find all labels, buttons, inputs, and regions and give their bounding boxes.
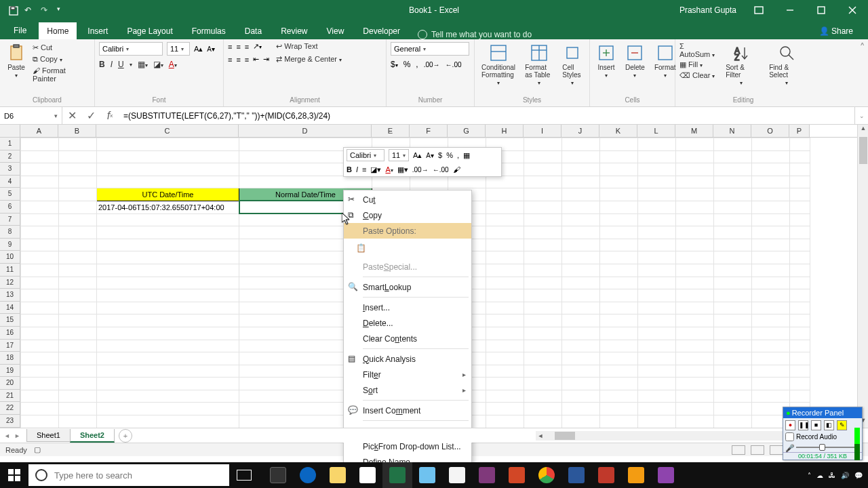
cell-I15[interactable] [524,314,562,327]
cell-B5[interactable] [59,188,97,201]
row-header-9[interactable]: 9 [0,239,20,251]
tray-network-icon[interactable]: 🖧 [829,472,835,479]
taskbar-file-explorer[interactable] [323,462,353,488]
mini-inc-decimal-icon[interactable]: .00→ [412,166,429,174]
cell-H7[interactable] [486,214,524,226]
collapse-ribbon-icon[interactable]: ^ [861,42,864,49]
cell-O11[interactable] [752,264,790,277]
cell-A5[interactable] [21,188,59,201]
cell-B16[interactable] [59,327,97,340]
row-header-4[interactable]: 4 [0,176,20,188]
copy-button[interactable]: ⧉ Copy ▾ [33,55,90,64]
cell-J18[interactable] [562,352,600,365]
cell-I11[interactable] [524,264,562,277]
cell-P17[interactable] [790,340,810,352]
save-icon[interactable] [8,5,18,15]
cell-P20[interactable] [790,378,810,390]
cell-B19[interactable] [59,365,97,378]
cell-M22[interactable] [676,403,714,415]
cell-M9[interactable] [676,239,714,251]
autosum-button[interactable]: Σ AutoSum ▾ [679,42,716,58]
select-all-corner[interactable] [0,125,20,137]
cell-O4[interactable] [752,176,790,188]
cell-H12[interactable] [486,277,524,289]
cell-K1[interactable] [600,138,638,151]
cell-H20[interactable] [486,378,524,390]
maximize-button[interactable] [806,0,837,20]
cell-C12[interactable] [97,277,239,289]
cell-B21[interactable] [59,390,97,403]
cell-N9[interactable] [714,239,752,251]
row-header-6[interactable]: 6 [0,201,20,214]
format-painter-button[interactable]: 🖌 Format Painter [33,66,90,83]
row-header-13[interactable]: 13 [0,289,20,302]
mini-increase-font-icon[interactable]: A▴ [413,151,422,160]
cell-B4[interactable] [59,176,97,188]
cell-H9[interactable] [486,239,524,251]
row-header-15[interactable]: 15 [0,314,20,327]
align-middle-icon[interactable]: ≡ [236,43,240,51]
cell-C5[interactable]: UTC Date/Time [97,188,239,201]
cell-J19[interactable] [562,365,600,378]
merge-center-button[interactable]: ⇄ Merge & Center ▾ [276,55,342,64]
decrease-font-icon[interactable]: A▾ [207,45,215,53]
system-tray[interactable]: ˄ ☁ 🖧 🔊 💬 [808,472,868,479]
cell-A20[interactable] [21,378,59,390]
sheet-nav-prev-icon[interactable]: ◄ [4,432,10,439]
close-button[interactable] [837,0,868,20]
cell-H17[interactable] [486,340,524,352]
cell-P2[interactable] [790,150,810,163]
ribbon-display-options-icon[interactable] [743,0,774,20]
add-sheet-button[interactable]: + [119,429,132,443]
recorder-marker-button[interactable]: ◧ [824,420,834,430]
cell-A11[interactable] [21,264,59,277]
cell-C9[interactable] [97,239,239,251]
cell-I18[interactable] [524,352,562,365]
cell-L11[interactable] [638,264,676,277]
page-layout-view-button[interactable] [751,445,764,455]
cell-C11[interactable] [97,264,239,277]
cell-J22[interactable] [562,403,600,415]
cell-H14[interactable] [486,302,524,314]
sheet-tab-sheet1[interactable]: Sheet1 [26,429,71,442]
cell-K4[interactable] [600,176,638,188]
fill-button[interactable]: ▦ Fill ▾ [679,60,716,69]
cell-N17[interactable] [714,340,752,352]
cell-A14[interactable] [21,302,59,314]
cell-A15[interactable] [21,314,59,327]
cell-M10[interactable] [676,251,714,264]
cell-H16[interactable] [486,327,524,340]
cell-O12[interactable] [752,277,790,289]
cell-C13[interactable] [97,289,239,302]
cell-H8[interactable] [486,226,524,239]
cell-K10[interactable] [600,251,638,264]
taskbar-app-1[interactable] [263,462,293,488]
cell-B12[interactable] [59,277,97,289]
cell-C4[interactable] [97,176,239,188]
cell-J12[interactable] [562,277,600,289]
cell-J15[interactable] [562,314,600,327]
menu-smart-lookup[interactable]: 🔍Smart Lookup [344,279,471,295]
taskbar-word[interactable] [561,462,591,488]
mini-align-icon[interactable]: ≡ [362,165,366,174]
taskbar-chrome[interactable] [532,462,561,488]
taskbar-edge[interactable] [293,462,323,488]
cell-N11[interactable] [714,264,752,277]
cell-L2[interactable] [638,150,676,163]
cell-I7[interactable] [524,214,562,226]
taskbar-app-3[interactable] [621,462,651,488]
cell-N12[interactable] [714,277,752,289]
cell-J9[interactable] [562,239,600,251]
cell-I12[interactable] [524,277,562,289]
cell-P13[interactable] [790,289,810,302]
cell-A13[interactable] [21,289,59,302]
cell-C18[interactable] [97,352,239,365]
cell-N19[interactable] [714,365,752,378]
undo-icon[interactable]: ↶ [24,5,34,15]
cell-H13[interactable] [486,289,524,302]
cell-J21[interactable] [562,390,600,403]
cell-L22[interactable] [638,403,676,415]
cell-H19[interactable] [486,365,524,378]
column-header-K[interactable]: K [599,125,637,137]
cell-O17[interactable] [752,340,790,352]
